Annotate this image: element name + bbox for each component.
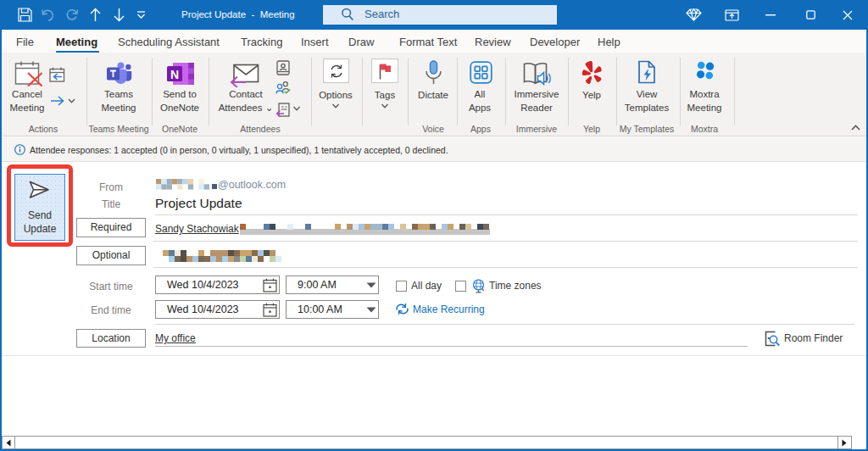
svg-text:N: N [170,68,179,81]
